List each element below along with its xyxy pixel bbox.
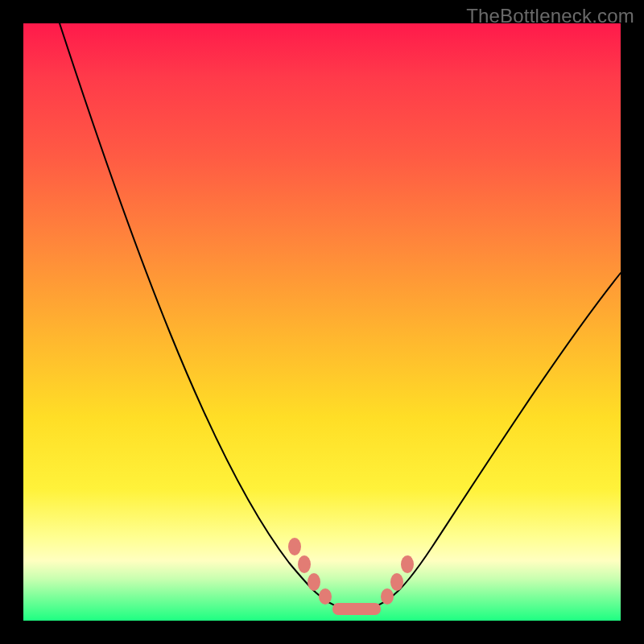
bottleneck-curve (60, 23, 621, 608)
marker-right-3 (401, 555, 414, 573)
marker-bottom-pill (332, 603, 381, 615)
marker-left-3 (308, 573, 320, 591)
marker-right-1 (381, 588, 394, 605)
plot-area (23, 23, 621, 621)
marker-right-2 (390, 573, 403, 591)
marker-left-1 (288, 538, 301, 555)
watermark-text: TheBottleneck.com (466, 5, 634, 27)
chart-frame: TheBottleneck.com (0, 0, 644, 644)
marker-left-2 (298, 555, 311, 573)
bottleneck-curve-svg (23, 23, 621, 621)
marker-left-4 (319, 588, 332, 605)
